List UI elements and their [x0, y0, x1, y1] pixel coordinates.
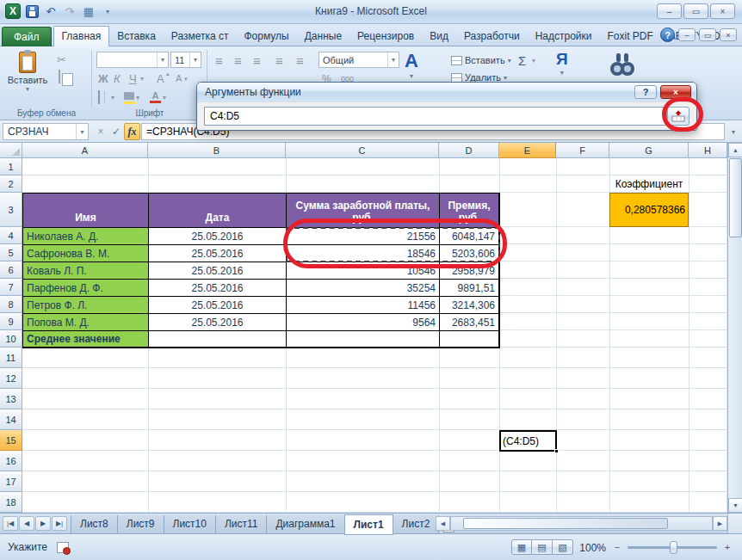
view-normal-icon[interactable]: ▦: [511, 539, 532, 555]
cell-C10[interactable]: [287, 331, 440, 348]
cell-C9[interactable]: 9564: [287, 314, 440, 331]
cell-C6[interactable]: 10546: [287, 262, 440, 280]
cell-D3-header[interactable]: Премия, руб.: [440, 194, 499, 228]
font-color-arrow-icon[interactable]: ▾: [163, 94, 166, 102]
view-page-layout-icon[interactable]: ▤: [532, 539, 553, 555]
find-select-button[interactable]: [608, 52, 637, 80]
help-icon[interactable]: ?: [660, 28, 675, 42]
minimize-button[interactable]: –: [657, 3, 682, 19]
cell-A3-header[interactable]: Имя: [23, 194, 149, 228]
scroll-up-button[interactable]: ▲: [728, 143, 742, 157]
italic-button[interactable]: К: [114, 72, 121, 85]
cell-B8[interactable]: 25.05.2016: [149, 297, 287, 314]
cell-G3-coefficient-value[interactable]: 0,280578366: [609, 193, 689, 227]
cell-B10[interactable]: [149, 331, 287, 348]
column-header-G[interactable]: G: [609, 143, 689, 158]
zoom-slider-track[interactable]: [628, 546, 717, 549]
zoom-in-icon[interactable]: +: [721, 541, 733, 553]
view-page-break-icon[interactable]: ▧: [553, 539, 573, 555]
cell-A5[interactable]: Сафронова В. М.: [23, 245, 149, 262]
cell-A8[interactable]: Петров Ф. Л.: [23, 297, 149, 314]
column-header-C[interactable]: C: [286, 143, 439, 158]
cell-D8[interactable]: 3214,306: [440, 297, 499, 314]
align-bottom-icon[interactable]: ≡: [253, 53, 261, 68]
expand-formula-bar-icon[interactable]: ▾: [727, 123, 740, 140]
zoom-level[interactable]: 100%: [579, 542, 606, 554]
font-color-button[interactable]: А: [150, 90, 161, 103]
tab-addins[interactable]: Надстройки: [528, 27, 600, 46]
cancel-formula-button[interactable]: ×: [93, 123, 108, 140]
hscroll-right-button[interactable]: ▶: [713, 516, 727, 531]
range-input[interactable]: C4:D5: [204, 107, 667, 126]
workbook-minimize-button[interactable]: –: [678, 28, 696, 41]
cut-icon[interactable]: ✂: [57, 53, 66, 66]
first-sheet-icon[interactable]: |◀: [3, 516, 18, 531]
sheet-tab-list10[interactable]: Лист10: [164, 515, 216, 534]
grow-font-button[interactable]: А: [157, 72, 164, 85]
orientation-icon[interactable]: ≡: [275, 53, 283, 68]
insert-function-button[interactable]: fx: [124, 123, 140, 140]
sheet-tab-list9[interactable]: Лист9: [117, 515, 164, 534]
column-header-B[interactable]: B: [148, 143, 286, 158]
cell-B6[interactable]: 25.05.2016: [149, 262, 287, 280]
font-size-combo[interactable]: 11 ▾: [170, 52, 201, 68]
row-header-16[interactable]: 16: [0, 451, 22, 471]
sheet-tab-list1[interactable]: Лист1: [344, 514, 393, 535]
cell-C3-header[interactable]: Сумма заработной платы, руб.: [287, 194, 440, 228]
styles-button[interactable]: А ▾: [405, 50, 418, 80]
sheet-tab-list8[interactable]: Лист8: [71, 515, 118, 534]
borders-arrow-icon[interactable]: ▾: [111, 94, 114, 102]
tab-developer[interactable]: Разработчи: [456, 27, 528, 46]
dialog-close-button[interactable]: ×: [660, 85, 691, 99]
cell-A9[interactable]: Попова М. Д.: [23, 314, 149, 331]
zoom-out-icon[interactable]: −: [611, 541, 623, 553]
tab-data[interactable]: Данные: [297, 27, 349, 46]
copy-icon[interactable]: [59, 71, 60, 83]
horizontal-scrollbar[interactable]: ◀ ▶: [436, 516, 727, 531]
cell-A10-footer[interactable]: Среднее значение: [23, 331, 149, 348]
cell-G2-coefficient-label[interactable]: Коэффициент: [609, 175, 689, 193]
tab-formulas[interactable]: Формулы: [237, 27, 297, 46]
column-header-A[interactable]: A: [22, 143, 148, 158]
insert-cells-button[interactable]: Вставить ▾: [451, 55, 511, 65]
cell-B9[interactable]: 25.05.2016: [149, 314, 287, 331]
row-header-2[interactable]: 2: [0, 175, 22, 193]
cell-B4[interactable]: 25.05.2016: [149, 228, 287, 245]
workbook-restore-button[interactable]: ▭: [699, 28, 716, 41]
row-header-7[interactable]: 7: [0, 279, 22, 296]
cell-B5[interactable]: 25.05.2016: [149, 245, 287, 262]
align-middle-icon[interactable]: ≡: [234, 53, 242, 68]
underline-button[interactable]: Ч: [129, 72, 137, 85]
cell-D10[interactable]: [440, 331, 499, 348]
row-header-12[interactable]: 12: [0, 368, 22, 389]
row-header-6[interactable]: 6: [0, 262, 22, 279]
row-header-8[interactable]: 8: [0, 296, 22, 313]
cell-B7[interactable]: 25.05.2016: [149, 280, 287, 297]
collapse-dialog-button[interactable]: [667, 107, 689, 126]
hscroll-track[interactable]: [450, 516, 713, 531]
underline-arrow-icon[interactable]: ▾: [140, 75, 144, 83]
sheet-tab-list2[interactable]: Лист2: [393, 515, 440, 534]
enter-formula-button[interactable]: ✓: [108, 123, 124, 140]
close-button[interactable]: ×: [710, 3, 735, 19]
row-header-1[interactable]: 1: [0, 158, 22, 175]
column-header-D[interactable]: D: [439, 143, 499, 158]
worksheet-grid[interactable]: A B C D E F G H 1 2 3 4 5 6 7 8 9 10 11 …: [0, 143, 727, 513]
borders-button[interactable]: [98, 91, 100, 103]
tab-file[interactable]: Файл: [2, 27, 52, 47]
bold-button[interactable]: Ж: [98, 72, 108, 85]
row-header-13[interactable]: 13: [0, 389, 22, 409]
row-header-10[interactable]: 10: [0, 330, 22, 348]
workbook-close-button[interactable]: ×: [720, 28, 737, 41]
row-header-11[interactable]: 11: [0, 348, 22, 368]
fill-color-button[interactable]: [124, 92, 135, 104]
column-header-H[interactable]: H: [689, 143, 727, 158]
tab-insert[interactable]: Вставка: [109, 27, 164, 46]
cell-D7[interactable]: 9891,51: [440, 280, 499, 297]
number-format-combo[interactable]: Общий ▾: [318, 52, 399, 68]
last-sheet-icon[interactable]: ▶|: [52, 516, 67, 531]
name-box-arrow-icon[interactable]: ▾: [76, 124, 88, 139]
autosum-icon[interactable]: Σ: [518, 53, 526, 68]
row-header-9[interactable]: 9: [0, 313, 22, 330]
zoom-slider-thumb[interactable]: [670, 541, 677, 554]
